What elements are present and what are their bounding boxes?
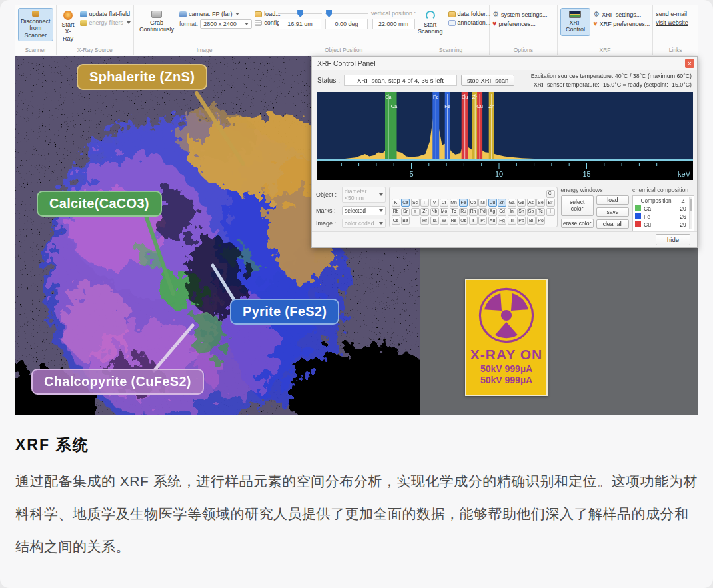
xrf-control-button[interactable]: XRF Control	[560, 8, 591, 36]
xrf-settings-button[interactable]: ⚙ XRF settings...	[593, 11, 650, 18]
element-pd-button[interactable]: Pd	[478, 208, 487, 216]
preferences-button[interactable]: ♥ preferences...	[492, 20, 547, 27]
element-v-button[interactable]: V	[430, 199, 439, 207]
camera-select-button[interactable]: camera: FP (far)	[179, 11, 252, 17]
element-sc-button[interactable]: Sc	[411, 199, 420, 207]
flat-field-icon	[80, 11, 87, 17]
element-rh-button[interactable]: Rh	[469, 208, 478, 216]
element-sb-button[interactable]: Sb	[527, 208, 536, 216]
element-ru-button[interactable]: Ru	[459, 208, 468, 216]
element-nb-button[interactable]: Nb	[430, 208, 439, 216]
element-w-button[interactable]: W	[440, 217, 448, 225]
element-co-button[interactable]: Co	[469, 199, 478, 207]
element-cr-button[interactable]: Cr	[440, 199, 448, 207]
load-windows-button[interactable]: load	[596, 195, 629, 205]
element-pb-button[interactable]: Pb	[517, 217, 526, 225]
element-ge-button[interactable]: Ge	[517, 199, 526, 207]
element-bi-button[interactable]: Bi	[527, 217, 536, 225]
energy-filters-button[interactable]: energy filters	[80, 19, 131, 26]
element-i-button[interactable]: I	[546, 208, 555, 216]
element-ca-button[interactable]: Ca	[401, 199, 410, 207]
composition-scrollbar[interactable]	[689, 197, 692, 229]
element-zn-button[interactable]: Zn	[498, 199, 506, 207]
disconnect-from-scanner-button[interactable]: Disconnect from Scanner	[18, 8, 53, 41]
element-ir-button[interactable]: Ir	[469, 217, 478, 225]
element-pt-button[interactable]: Pt	[478, 217, 487, 225]
element-mn-button[interactable]: Mn	[450, 199, 458, 207]
spectrum-chart-box: CaCaFeFeCuZnCuZn51015keV	[317, 92, 692, 181]
start-xray-button[interactable]: Start X-Ray	[59, 8, 77, 45]
composition-element: Ca	[644, 205, 677, 212]
element-mo-button[interactable]: Mo	[440, 208, 448, 216]
update-flat-field-button[interactable]: update flat-field	[80, 11, 131, 17]
element-au-button[interactable]: Au	[488, 217, 497, 225]
element-in-button[interactable]: In	[508, 208, 516, 216]
focus-slider[interactable]	[278, 10, 322, 17]
panel-titlebar[interactable]: XRF Control Panel ×	[312, 57, 697, 70]
xrf-preferences-button[interactable]: ♥ XRF preferences...	[593, 20, 650, 27]
element-os-button[interactable]: Os	[459, 217, 468, 225]
element-cd-button[interactable]: Cd	[498, 208, 506, 216]
element-cl-button[interactable]: Cl	[546, 190, 555, 198]
article-paragraph: 通过配备集成的 XRF 系统，进行样品元素的空间分布分析，实现化学成分的精确识别…	[15, 465, 698, 563]
close-icon[interactable]: ×	[685, 59, 694, 68]
element-zr-button[interactable]: Zr	[420, 208, 429, 216]
annotation-button[interactable]: annotation...	[448, 19, 491, 26]
element-se-button[interactable]: Se	[536, 199, 545, 207]
grab-continuously-button[interactable]: Grab Continuously	[137, 8, 177, 36]
element-hf-button[interactable]: Hf	[420, 217, 429, 225]
select-color-button[interactable]: select color	[561, 195, 594, 216]
clear-all-button[interactable]: clear all	[596, 219, 629, 229]
grab-label: Grab Continuously	[139, 19, 174, 33]
format-combobox[interactable]: 2800 x 2400	[200, 19, 252, 29]
composition-row[interactable]: Ca20	[635, 205, 689, 212]
element-ga-button[interactable]: Ga	[508, 199, 516, 207]
element-br-button[interactable]: Br	[546, 199, 555, 207]
folder-icon	[255, 11, 262, 17]
slider-thumb[interactable]	[297, 10, 303, 17]
start-scanning-button[interactable]: Start Scanning	[415, 8, 446, 38]
marks-dropdown[interactable]: selected	[342, 206, 386, 215]
element-as-button[interactable]: As	[527, 199, 536, 207]
composition-z: 20	[677, 205, 689, 212]
slider-thumb[interactable]	[326, 10, 332, 17]
composition-rows: Ca20Fe26Cu29	[635, 205, 689, 228]
element-hg-button[interactable]: Hg	[498, 217, 506, 225]
visit-website-link[interactable]: visit website	[656, 19, 688, 26]
composition-row[interactable]: Fe26	[635, 213, 689, 220]
send-email-link[interactable]: send e-mail	[656, 11, 688, 17]
element-y-button[interactable]: Y	[411, 208, 420, 216]
system-settings-button[interactable]: ⚙ system settings...	[492, 11, 547, 18]
element-ag-button[interactable]: Ag	[488, 208, 497, 216]
periodic-table-gap	[536, 190, 545, 198]
element-cu-button[interactable]: Cu	[488, 199, 497, 207]
element-fe-button[interactable]: Fe	[459, 199, 468, 207]
element-te-button[interactable]: Te	[536, 208, 545, 216]
element-po-button[interactable]: Po	[536, 217, 545, 225]
image-dropdown[interactable]: color coded	[342, 219, 386, 228]
erase-color-button[interactable]: erase color	[561, 219, 594, 228]
element-tc-button[interactable]: Tc	[450, 208, 458, 216]
periodic-table-gap	[488, 190, 497, 198]
element-sr-button[interactable]: Sr	[401, 208, 410, 216]
data-folder-button[interactable]: data folder...	[448, 11, 491, 17]
hide-button[interactable]: hide	[656, 234, 690, 245]
scan-option-dropdowns: Object : diameter <50mm Marks : selected…	[316, 187, 386, 231]
chevron-down-icon	[235, 13, 239, 15]
stop-xrf-scan-button[interactable]: stop XRF scan	[461, 75, 514, 86]
element-tl-button[interactable]: Tl	[508, 217, 516, 225]
element-sn-button[interactable]: Sn	[517, 208, 526, 216]
rotation-slider[interactable]	[325, 10, 368, 17]
element-ba-button[interactable]: Ba	[401, 217, 410, 225]
object-dropdown[interactable]: diameter <50mm	[342, 187, 386, 203]
element-ni-button[interactable]: Ni	[478, 199, 487, 207]
composition-row[interactable]: Cu29	[635, 221, 689, 228]
element-rb-button[interactable]: Rb	[392, 208, 400, 216]
element-cs-button[interactable]: Cs	[392, 217, 400, 225]
rotation-slider-widget: 0.00 deg	[325, 8, 368, 29]
element-k-button[interactable]: K	[392, 199, 400, 207]
save-windows-button[interactable]: save	[596, 207, 629, 217]
element-re-button[interactable]: Re	[450, 217, 458, 225]
element-ti-button[interactable]: Ti	[420, 199, 429, 207]
element-ta-button[interactable]: Ta	[430, 217, 439, 225]
